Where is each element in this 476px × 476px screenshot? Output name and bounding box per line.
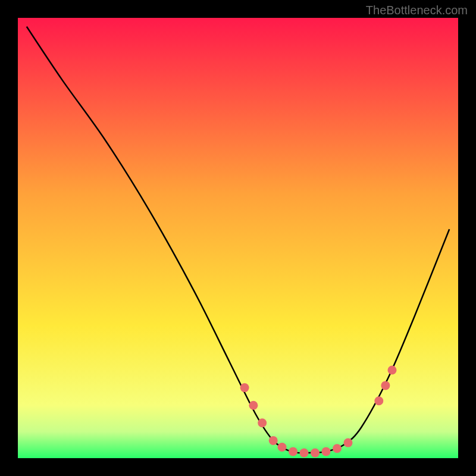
bottleneck-chart — [18, 18, 458, 458]
data-marker — [258, 418, 267, 427]
data-marker — [344, 439, 353, 447]
data-marker — [269, 436, 278, 445]
data-marker — [381, 381, 390, 390]
watermark-text: TheBottleneck.com — [366, 4, 468, 17]
chart-svg — [18, 18, 458, 458]
data-marker — [374, 396, 383, 405]
data-marker — [249, 401, 258, 410]
data-marker — [388, 366, 397, 375]
data-marker — [300, 449, 309, 458]
data-marker — [289, 447, 298, 456]
data-marker — [311, 449, 320, 458]
chart-background — [18, 18, 458, 458]
data-marker — [322, 447, 331, 456]
data-marker — [333, 444, 342, 453]
data-marker — [278, 443, 287, 452]
data-marker — [240, 383, 249, 392]
